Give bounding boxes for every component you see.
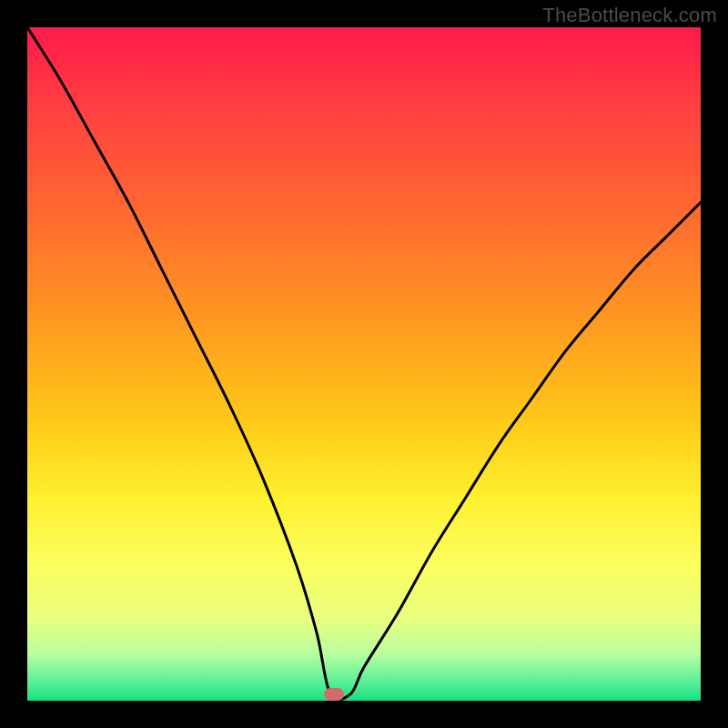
watermark-text: TheBottleneck.com	[542, 4, 717, 27]
optimum-marker	[324, 688, 344, 701]
chart-frame: TheBottleneck.com	[0, 0, 728, 728]
bottleneck-curve	[27, 27, 701, 701]
gradient-plot-area	[27, 27, 701, 701]
